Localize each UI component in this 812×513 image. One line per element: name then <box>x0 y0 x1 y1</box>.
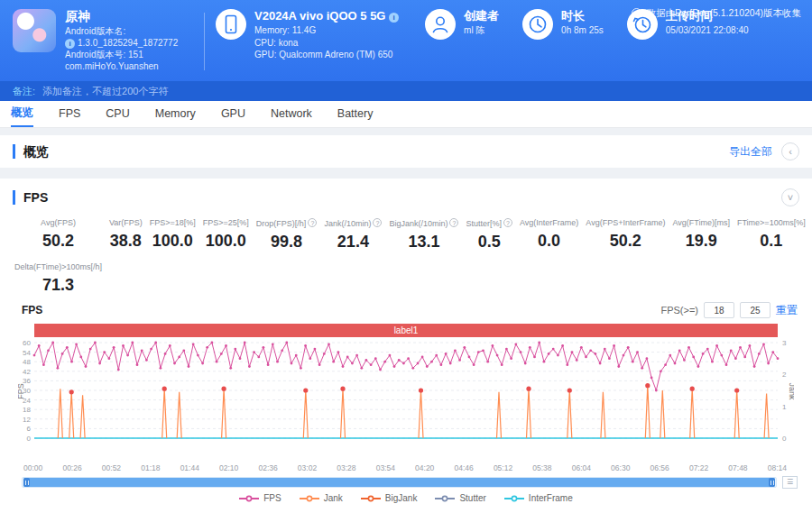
scrollbar-right-handle[interactable] <box>769 478 775 487</box>
x-tick-label: 05:12 <box>494 463 512 472</box>
svg-text:2: 2 <box>782 371 787 379</box>
data-zoom-toggle[interactable]: ☰ <box>782 476 798 489</box>
fps-threshold-min-input[interactable] <box>704 302 734 318</box>
note-placeholder[interactable]: 添加备注，不超过200个字符 <box>42 85 168 98</box>
app-version-row: i1.3.0_1825294_1872772 <box>65 37 178 49</box>
svg-text:48: 48 <box>23 358 31 366</box>
tab-Battery[interactable]: Battery <box>337 101 374 127</box>
fps-title: FPS <box>13 190 48 205</box>
legend-label: BigJank <box>385 493 418 503</box>
scrollbar-left-handle[interactable] <box>23 478 30 487</box>
app-info: 原神 Android版本名: i1.3.0_1825294_1872772 An… <box>13 9 204 74</box>
tab-GPU[interactable]: GPU <box>221 101 245 127</box>
fps-chart-svg[interactable]: 061218243036424854600123FPSJank <box>18 337 794 463</box>
legend-item-jank[interactable]: Jank <box>300 493 343 503</box>
fps-section: FPS ˅ Avg(FPS)50.2Var(FPS)38.8FPS>=18[%]… <box>0 179 812 513</box>
x-tick-label: 03:28 <box>337 463 355 472</box>
legend-label: InterFrame <box>529 493 573 503</box>
creator-label: 创建者 <box>464 9 499 23</box>
device-memory: Memory: 11.4G <box>254 24 401 37</box>
metric-value: 71.3 <box>14 276 102 295</box>
device-cpu: CPU: kona <box>254 37 401 50</box>
metrics-grid: Avg(FPS)50.2Var(FPS)38.8FPS>=18[%]100.0F… <box>0 209 812 298</box>
metric-info-icon[interactable]: ? <box>503 218 512 227</box>
svg-text:0: 0 <box>27 435 32 443</box>
metric: Stutter[%]?0.5 <box>466 218 512 252</box>
metric-value: 0.5 <box>466 233 512 252</box>
tab-bar: 概览FPSCPUMemoryGPUNetworkBattery <box>0 101 812 128</box>
creator-icon <box>425 9 456 40</box>
metric-value: 21.4 <box>324 233 382 252</box>
info-icon[interactable]: i <box>65 39 75 49</box>
tab-Memory[interactable]: Memory <box>155 101 196 127</box>
device-gpu: GPU: Qualcomm Adreno (TM) 650 <box>254 49 401 61</box>
legend-label: Stutter <box>459 493 485 503</box>
legend-swatch-icon <box>300 494 319 503</box>
tab-Network[interactable]: Network <box>271 101 312 127</box>
legend-swatch-icon <box>435 494 455 503</box>
report-header: 原神 Android版本名: i1.3.0_1825294_1872772 An… <box>0 0 812 81</box>
x-tick-label: 02:36 <box>258 463 277 472</box>
device-info: V2024A vivo iQOO 5 5G i Memory: 11.4G CP… <box>216 9 401 74</box>
metric-value: 13.1 <box>389 233 458 252</box>
info-icon[interactable]: i <box>389 13 399 23</box>
metric-info-icon[interactable]: ? <box>373 218 382 227</box>
chart-scrollbar[interactable] <box>22 477 777 488</box>
header-divider <box>204 13 205 70</box>
metric-value: 38.8 <box>109 232 143 251</box>
svg-text:1: 1 <box>782 403 787 411</box>
fps-collapse-button[interactable]: ˅ <box>781 188 799 206</box>
metric-info-icon[interactable]: ? <box>449 218 458 227</box>
x-tick-label: 04:46 <box>454 463 473 472</box>
duration-clock-icon <box>522 9 553 40</box>
metric-value: 19.9 <box>672 232 730 251</box>
x-tick-label: 08:14 <box>768 463 787 472</box>
legend-item-fps[interactable]: FPS <box>239 493 281 503</box>
note-bar: 备注: 添加备注，不超过200个字符 <box>0 81 812 101</box>
tab-概览[interactable]: 概览 <box>11 101 33 127</box>
svg-text:Jank: Jank <box>788 382 794 400</box>
fps-threshold-max-input[interactable] <box>740 302 770 318</box>
creator-info: 创建者 ml 陈 <box>425 9 499 74</box>
svg-text:60: 60 <box>23 339 31 347</box>
x-tick-label: 00:52 <box>102 463 121 472</box>
x-tick-label: 03:02 <box>298 463 317 472</box>
x-tick-label: 01:18 <box>141 463 160 472</box>
overview-section-header: 概览 导出全部 ‹ <box>0 135 812 168</box>
x-tick-label: 06:56 <box>651 463 669 472</box>
chart-legend: FPSJankBigJankStutterInterFrame <box>0 493 812 503</box>
chart-label-banner: label1 <box>34 324 778 337</box>
tab-CPU[interactable]: CPU <box>106 101 129 127</box>
metric: Jank(/10min)?21.4 <box>324 218 382 252</box>
metric: FTime>=100ms[%]0.1 <box>737 218 806 252</box>
overview-title: 概览 <box>13 144 49 159</box>
metric-info-icon[interactable]: ? <box>308 218 317 227</box>
tab-FPS[interactable]: FPS <box>59 101 80 127</box>
export-all-link[interactable]: 导出全部 <box>729 144 772 160</box>
perfdog-report-page: 原神 Android版本名: i1.3.0_1825294_1872772 An… <box>0 0 812 513</box>
legend-swatch-icon <box>361 494 381 503</box>
legend-swatch-icon <box>239 494 259 503</box>
fps-chart-label: FPS <box>22 304 42 316</box>
svg-text:FPS: FPS <box>18 383 25 399</box>
chart-scrollbar-thumb[interactable] <box>23 478 775 487</box>
metric: Delta(FTime)>100ms[/h]71.3 <box>14 262 102 295</box>
app-version-value: 1.3.0_1825294_1872772 <box>78 38 178 48</box>
x-tick-label: 06:04 <box>572 463 591 472</box>
x-tick-label: 07:22 <box>689 463 708 472</box>
x-tick-label: 00:26 <box>62 463 81 472</box>
metric: Avg(FPS+InterFrame)50.2 <box>586 218 665 252</box>
overview-collapse-button[interactable]: ‹ <box>781 142 799 160</box>
app-package: com.miHoYo.Yuanshen <box>65 60 178 72</box>
reset-link[interactable]: 重置 <box>776 303 798 318</box>
legend-item-interframe[interactable]: InterFrame <box>504 493 573 503</box>
metric: Avg(FTime)[ms]19.9 <box>672 218 730 252</box>
x-tick-label: 02:10 <box>219 463 238 472</box>
legend-item-bigjank[interactable]: BigJank <box>361 493 418 503</box>
legend-item-stutter[interactable]: Stutter <box>435 493 485 503</box>
svg-text:0: 0 <box>782 435 787 443</box>
svg-text:6: 6 <box>27 425 32 433</box>
metric-value: 50.2 <box>586 232 665 251</box>
collector-note: i 数据由PerfDog(5.1.210204)版本收集 <box>632 7 802 20</box>
app-version-label: Android版本名: <box>65 25 178 37</box>
